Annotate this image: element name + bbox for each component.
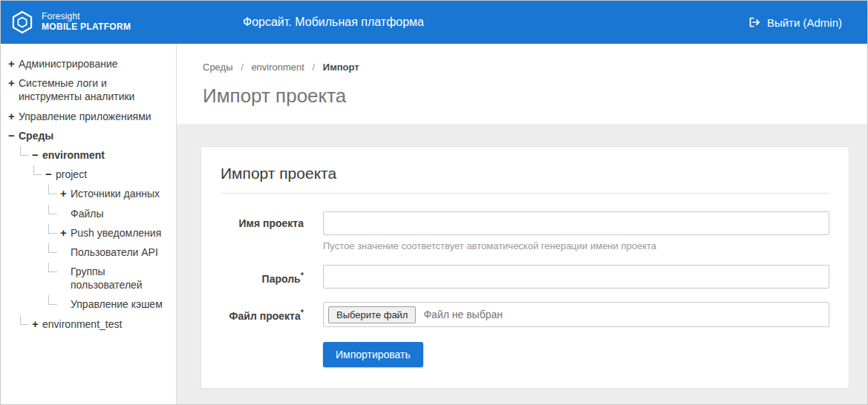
collapse-icon[interactable]: − <box>45 168 56 181</box>
password-input[interactable] <box>323 265 829 289</box>
tree-item-data-sources[interactable]: + Источники данных <box>4 184 172 203</box>
tree-connector <box>48 205 57 214</box>
breadcrumb-separator: / <box>241 62 244 73</box>
tree-item-label: Push уведомления <box>71 226 170 240</box>
breadcrumb-item-environments[interactable]: Среды <box>203 62 233 73</box>
tree-item-system-logs[interactable]: + Системные логи и инструменты аналитики <box>4 73 172 106</box>
tree-item-environments[interactable]: − Среды <box>4 126 172 145</box>
app-root: Foresight MOBILE PLATFORM Форсайт. Мобил… <box>0 0 868 405</box>
tree-item-files[interactable]: Файлы <box>4 204 172 223</box>
tree-item-label: Системные логи и инструменты аналитики <box>19 76 170 103</box>
tree-item-cache-management[interactable]: Управление кэшем <box>4 294 172 314</box>
expand-icon[interactable]: + <box>8 76 19 90</box>
form-row-project-file: Файл проекта* Выберите файл Файл не выбр… <box>221 302 829 327</box>
tree-connector <box>20 315 29 325</box>
tree-item-push-notifications[interactable]: + Push уведомления <box>4 223 172 243</box>
logo: Foresight MOBILE PLATFORM <box>1 10 131 35</box>
body-row: + Администрирование + Системные логи и и… <box>1 44 867 404</box>
import-button[interactable]: Импортировать <box>323 342 423 367</box>
project-name-label: Имя проекта <box>221 211 304 251</box>
tree-connector <box>20 146 29 156</box>
collapse-icon[interactable]: − <box>8 129 19 142</box>
form-row-password: Пароль* <box>221 265 829 289</box>
tree-item-environment[interactable]: − environment <box>4 145 172 165</box>
app-title: Форсайт. Мобильная платформа <box>243 1 424 44</box>
logo-subtitle: MOBILE PLATFORM <box>42 22 131 33</box>
sidebar: + Администрирование + Системные логи и и… <box>1 44 177 404</box>
form-row-project-name: Имя проекта Пустое значение соответствуе… <box>221 211 829 251</box>
import-project-card: Импорт проекта Имя проекта Пустое значен… <box>200 146 849 389</box>
expand-icon[interactable]: + <box>60 187 71 200</box>
tree-connector <box>33 165 42 175</box>
choose-file-button[interactable]: Выберите файл <box>328 306 416 323</box>
tree-item-label: Администрирование <box>19 57 170 70</box>
main-content: Среды / environment / Импорт Импорт прое… <box>177 44 867 404</box>
project-name-input[interactable] <box>323 211 829 235</box>
logout-button[interactable]: Выйти (Admin) <box>748 1 842 44</box>
project-name-label-text: Имя проекта <box>239 217 304 229</box>
app-header: Foresight MOBILE PLATFORM Форсайт. Мобил… <box>1 1 867 44</box>
password-field-wrap <box>323 265 829 289</box>
project-file-label: Файл проекта* <box>221 302 304 327</box>
expand-icon[interactable]: + <box>32 317 42 331</box>
project-name-field-wrap: Пустое значение соответствует автоматиче… <box>323 211 829 251</box>
page-title: Импорт проекта <box>203 85 849 108</box>
foresight-logo-icon <box>10 10 35 35</box>
breadcrumb-item-import: Импорт <box>323 62 359 73</box>
tree-connector <box>48 243 57 253</box>
tree-item-label: Источники данных <box>71 187 170 200</box>
tree-item-label: Пользователи API <box>71 246 170 259</box>
submit-spacer <box>221 342 323 367</box>
breadcrumb-separator: / <box>313 62 316 73</box>
card-title: Импорт проекта <box>221 165 829 194</box>
required-asterisk: * <box>301 308 304 317</box>
file-status-text: Файл не выбран <box>423 309 503 320</box>
tree-item-app-management[interactable]: + Управление приложениями <box>4 107 172 126</box>
project-file-field-wrap: Выберите файл Файл не выбран <box>323 302 829 327</box>
breadcrumb-item-environment[interactable]: environment <box>251 62 304 73</box>
project-file-label-text: Файл проекта <box>229 310 301 322</box>
tree-item-label: environment_test <box>42 317 170 331</box>
tree-item-label: Группы пользователей <box>71 265 170 292</box>
password-label-text: Пароль <box>262 273 301 285</box>
tree-item-label: Управление приложениями <box>19 110 170 123</box>
expand-icon[interactable]: + <box>8 110 19 123</box>
password-label: Пароль* <box>221 265 304 289</box>
tree-item-user-groups[interactable]: Группы пользователей <box>4 262 172 294</box>
tree-item-label: project <box>56 168 170 181</box>
required-asterisk: * <box>301 271 304 280</box>
logo-title: Foresight <box>42 12 131 22</box>
expand-icon[interactable]: + <box>8 57 19 70</box>
tree-connector <box>48 263 57 272</box>
tree-connector <box>48 224 57 234</box>
tree-item-label: environment <box>42 148 170 162</box>
logout-label: Выйти (Admin) <box>767 16 842 29</box>
tree-item-label: Среды <box>19 129 170 142</box>
tree-item-administration[interactable]: + Администрирование <box>4 54 172 73</box>
tree-item-environment-test[interactable]: + environment_test <box>4 315 172 334</box>
tree-item-label: Управление кэшем <box>71 297 170 311</box>
tree-item-project[interactable]: − project <box>4 165 172 184</box>
submit-row: Импортировать <box>221 342 829 367</box>
breadcrumb: Среды / environment / Импорт <box>203 62 849 73</box>
logout-icon <box>748 16 761 29</box>
expand-icon[interactable]: + <box>60 226 71 240</box>
project-name-help-text: Пустое значение соответствует автоматиче… <box>323 240 829 251</box>
collapse-icon[interactable]: − <box>32 148 42 162</box>
tree-connector <box>48 185 57 194</box>
file-input[interactable]: Выберите файл Файл не выбран <box>323 302 829 327</box>
tree-item-api-users[interactable]: Пользователи API <box>4 243 172 262</box>
tree-connector <box>48 295 57 305</box>
logo-text: Foresight MOBILE PLATFORM <box>42 12 131 33</box>
page-head: Среды / environment / Импорт Импорт прое… <box>177 44 867 124</box>
content-area: Импорт проекта Имя проекта Пустое значен… <box>177 124 867 404</box>
tree-item-label: Файлы <box>71 207 170 220</box>
